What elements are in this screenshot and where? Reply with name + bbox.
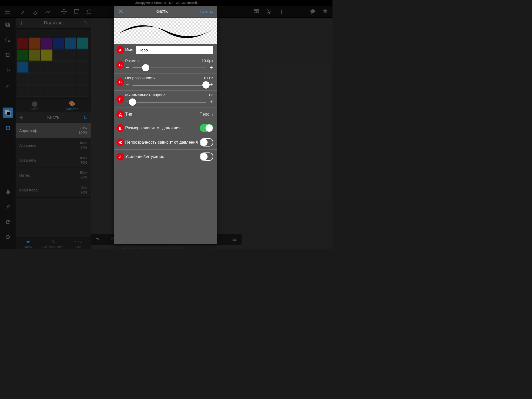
size-value: 10.0px [202, 58, 213, 63]
minwidth-plus[interactable]: + [209, 99, 213, 105]
opacity-minus[interactable]: − [125, 82, 129, 88]
opacity-label: Непрозрачность [125, 76, 155, 80]
popover-header: ✕ Кисть Готово [114, 6, 217, 18]
badge-e: Е [116, 124, 124, 132]
popover-body: А Имя Б Размер10.0px − + В Непрозрачност… [114, 44, 217, 244]
setting-size: Б Размер10.0px − + [114, 56, 217, 74]
opacity-pressure-label: Непрозрачность зависит от давления [125, 140, 198, 145]
size-label: Размер [125, 58, 139, 63]
setting-size-pressure: Е Размер зависит от давления [114, 121, 217, 135]
setting-type[interactable]: Д Тип Перо› [114, 108, 217, 121]
setting-opacity-pressure: Ж Непрозрачность зависит от давления [114, 135, 217, 150]
chevron-right-icon: › [211, 111, 213, 117]
badge-v: В [116, 78, 124, 86]
opacity-pressure-toggle[interactable] [200, 138, 213, 147]
badge-a: А [116, 46, 124, 54]
fade-label: Усиление/затухание [125, 154, 164, 159]
opacity-slider[interactable] [132, 85, 206, 85]
minwidth-label: Минимальная ширина [125, 93, 165, 97]
done-button[interactable]: Готово [200, 9, 213, 14]
brush-name-input[interactable] [136, 46, 213, 54]
brush-preview [114, 18, 217, 44]
minwidth-value: 0% [208, 93, 213, 97]
size-minus[interactable]: − [125, 64, 129, 71]
fade-toggle[interactable] [200, 152, 213, 161]
type-value: Перо [200, 112, 209, 117]
divider [125, 196, 213, 196]
divider [125, 180, 213, 180]
badge-zh: Ж [116, 138, 124, 146]
size-pressure-label: Размер зависит от давления [125, 126, 181, 130]
badge-z: З [116, 153, 124, 161]
minwidth-slider[interactable] [132, 102, 206, 103]
popover-title: Кисть [156, 9, 168, 14]
divider [125, 172, 213, 172]
opacity-plus[interactable]: + [209, 82, 213, 88]
setting-fade: З Усиление/затухание [114, 150, 217, 164]
opacity-value: 100% [203, 76, 213, 80]
setting-name: А Имя [114, 44, 217, 56]
divider [125, 188, 213, 188]
type-label: Тип [125, 112, 132, 117]
brush-settings-popover: ✕ Кисть Готово А Имя Б Размер10.0px − + … [114, 6, 217, 244]
size-slider[interactable] [132, 68, 206, 68]
setting-min-width: Г Минимальная ширина0% − + [114, 91, 217, 108]
badge-g: Г [116, 95, 124, 103]
badge-d: Д [116, 110, 124, 118]
badge-b: Б [116, 61, 124, 69]
close-icon[interactable]: ✕ [118, 8, 124, 16]
setting-opacity: В Непрозрачность100% − + [114, 74, 217, 91]
size-plus[interactable]: + [209, 64, 213, 71]
size-pressure-toggle[interactable] [200, 124, 213, 132]
name-label: Имя [125, 48, 133, 52]
